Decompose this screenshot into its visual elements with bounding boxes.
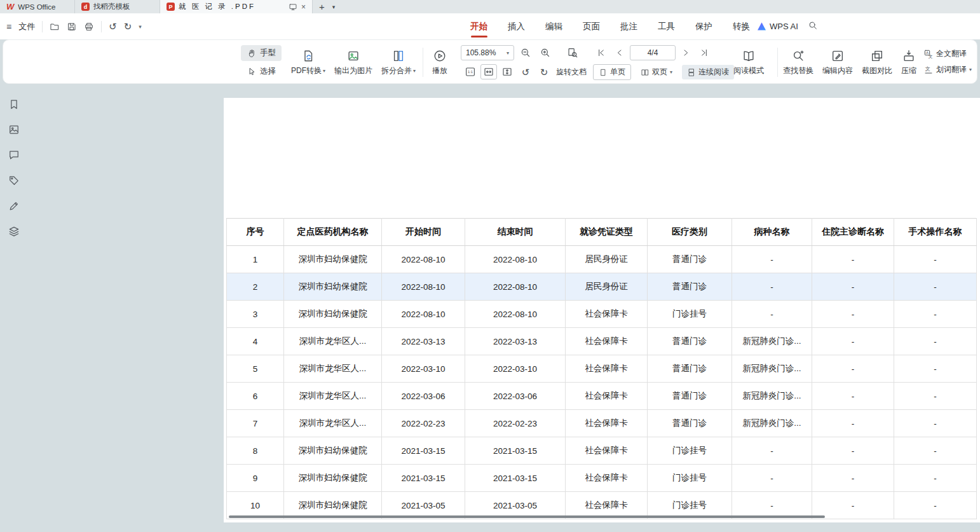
edit-content-icon (831, 49, 845, 63)
table-cell: 2022-02-23 (465, 410, 566, 437)
screen-share-icon[interactable] (289, 3, 297, 11)
table-cell: 7 (227, 410, 284, 437)
new-tab-button[interactable]: + (319, 1, 325, 12)
toolbar-divider (777, 48, 778, 77)
divider (101, 21, 102, 32)
screenshot-compare-button[interactable]: 截图对比 (857, 44, 897, 81)
continuous-reading-button[interactable]: 连续阅读 (682, 65, 734, 79)
comment-panel-icon[interactable] (8, 149, 20, 161)
tab-list-chevron-icon[interactable]: ▾ (332, 4, 336, 10)
table-cell: 普通门诊 (648, 383, 732, 410)
redo-icon[interactable]: ↻ (124, 22, 132, 31)
menu-comment[interactable]: 批注 (610, 13, 648, 39)
menu-convert[interactable]: 转换 (723, 13, 760, 39)
actual-size-button[interactable]: 1:1 (462, 64, 479, 79)
print-icon[interactable] (84, 22, 94, 32)
undo-icon[interactable]: ↺ (109, 22, 117, 31)
column-header: 手术操作名称 (894, 219, 977, 246)
tab-bar-actions: + ▾ (313, 0, 341, 13)
previous-page-icon (615, 48, 625, 58)
table-cell: - (812, 437, 894, 465)
table-row: 6深圳市龙华区人...2022-03-062022-03-06社会保障卡普通门诊… (227, 383, 977, 410)
page-indicator-input[interactable]: 4/4 (630, 45, 676, 60)
full-translate-label: 全文翻译 (936, 48, 967, 59)
compress-button[interactable]: 压缩 (897, 44, 921, 81)
table-cell: 深圳市妇幼保健院 (284, 246, 382, 273)
edit-content-button[interactable]: 编辑内容 (818, 44, 857, 81)
close-tab-icon[interactable]: × (301, 3, 306, 11)
pdf-convert-label: PDF转换 (291, 65, 322, 76)
global-search-icon[interactable] (808, 20, 818, 31)
tab-document-pdf[interactable]: P 就 医 记 录 .PDF × (160, 0, 313, 13)
chevron-down-icon: ▾ (670, 69, 672, 75)
menu-protect[interactable]: 保护 (685, 13, 723, 39)
record-table-head-row: 序号定点医药机构名称开始时间结束时间就诊凭证类型医疗类别病种名称住院主诊断名称手… (227, 219, 977, 246)
fit-width-icon (483, 66, 494, 78)
ribbon-menus: 开始 插入 编辑 页面 批注 工具 保护 转换 (460, 13, 760, 39)
save-icon[interactable] (67, 22, 77, 32)
table-cell: 居民身份证 (566, 273, 648, 301)
zoom-area-button[interactable] (564, 45, 581, 60)
split-merge-button[interactable]: 拆分合并▾ (377, 44, 420, 81)
play-button[interactable]: 播放 (428, 44, 452, 81)
horizontal-scrollbar[interactable] (229, 515, 825, 518)
select-tool-button[interactable]: 选择 (241, 64, 282, 79)
tab-docer-template[interactable]: d 找稻壳模板 (75, 0, 160, 13)
table-cell: 普通门诊 (648, 273, 732, 301)
open-file-icon[interactable] (50, 22, 60, 32)
bookmark-icon[interactable] (8, 98, 20, 111)
read-mode-button[interactable]: 阅读模式 (729, 44, 768, 81)
menu-edit[interactable]: 编辑 (535, 13, 573, 39)
hand-tool-button[interactable]: 手型 (241, 45, 282, 61)
menu-bar: ≡ 文件 ↺ ↻ ▾ 开始 插入 编辑 页面 批注 工具 保护 转换 WPS A… (0, 13, 980, 39)
menu-insert[interactable]: 插入 (498, 13, 535, 39)
rotate-doc-label[interactable]: 旋转文档 (556, 67, 587, 78)
home-ribbon-toolbar: 手型 选择 PDF转换▾ 输出为图片 拆分合并▾ 播放 105.88% ▾ (3, 39, 977, 84)
pdf-convert-button[interactable]: PDF转换▾ (287, 44, 330, 81)
highlight-pen-icon[interactable] (8, 200, 20, 212)
fit-page-button[interactable] (499, 64, 515, 79)
annotation-tag-icon[interactable] (8, 174, 20, 187)
table-cell: 社会保障卡 (566, 355, 648, 383)
zoom-out-button[interactable] (517, 45, 534, 60)
table-cell: 社会保障卡 (566, 410, 648, 437)
history-chevron-icon[interactable]: ▾ (139, 24, 142, 30)
rotate-left-button[interactable]: ↺ (517, 64, 534, 79)
first-page-button[interactable] (593, 45, 609, 60)
zoom-in-button[interactable] (537, 45, 554, 60)
thumbnail-panel-icon[interactable] (8, 123, 20, 136)
word-translate-button[interactable]: 文 划词翻译 ▾ (923, 64, 972, 75)
compress-label: 压缩 (901, 65, 916, 76)
double-page-label: 双页 (652, 67, 667, 78)
chevron-down-icon: ▾ (323, 68, 325, 74)
find-replace-button[interactable]: 查找替换 (779, 44, 818, 81)
tab-wps-office[interactable]: W WPS Office (0, 0, 75, 13)
table-cell: 深圳市龙华区人... (284, 328, 382, 355)
export-image-button[interactable]: 输出为图片 (330, 44, 377, 81)
full-translate-button[interactable]: A文 全文翻译 (923, 48, 972, 59)
single-page-button[interactable]: 单页 (593, 64, 631, 80)
hand-icon (247, 48, 257, 58)
menu-home[interactable]: 开始 (460, 13, 498, 39)
next-page-button[interactable] (677, 45, 694, 60)
select-tool-label: 选择 (260, 66, 276, 77)
table-cell: 2022-08-10 (382, 273, 465, 301)
table-cell: 深圳市妇幼保健院 (284, 301, 382, 328)
file-menu-button[interactable]: 文件 (18, 21, 35, 32)
menu-tools[interactable]: 工具 (648, 13, 685, 39)
menu-page[interactable]: 页面 (573, 13, 610, 39)
fit-width-button[interactable] (480, 64, 497, 79)
zoom-level-select[interactable]: 105.88% ▾ (461, 45, 514, 60)
tab-label: WPS Office (18, 3, 55, 11)
last-page-button[interactable] (696, 45, 712, 60)
rotate-right-button[interactable]: ↻ (536, 64, 552, 79)
wps-ai-button[interactable]: WPS AI (758, 13, 798, 39)
table-cell: 2022-03-10 (382, 355, 465, 383)
double-page-button[interactable]: 双页 ▾ (636, 65, 677, 79)
document-canvas[interactable]: 序号定点医药机构名称开始时间结束时间就诊凭证类型医疗类别病种名称住院主诊断名称手… (0, 84, 980, 532)
page-indicator: 4/4 (648, 48, 658, 57)
previous-page-button[interactable] (611, 45, 628, 60)
main-menu-icon[interactable]: ≡ (6, 22, 11, 32)
hand-tool-label: 手型 (260, 48, 276, 58)
layers-panel-icon[interactable] (8, 225, 20, 238)
